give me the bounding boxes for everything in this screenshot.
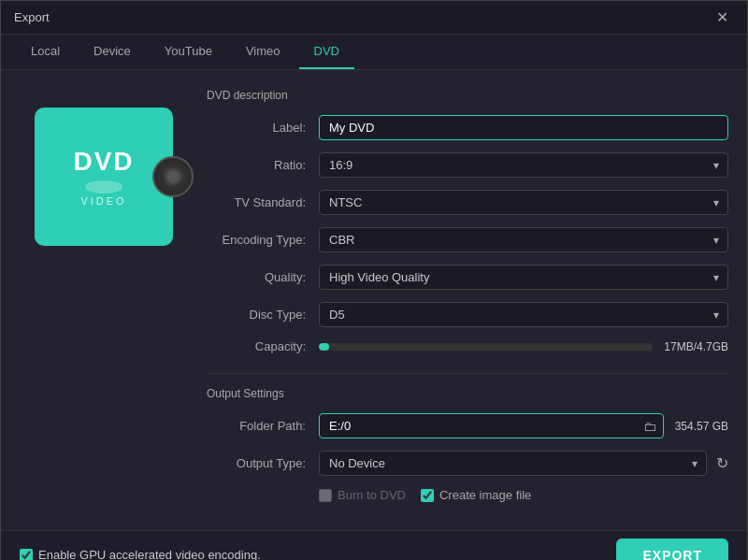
dvd-card-video: VIDEO (80, 195, 126, 207)
folder-path-input[interactable] (319, 413, 664, 438)
tab-youtube[interactable]: YouTube (150, 35, 227, 69)
label-field-row: Label: (207, 115, 728, 140)
encoding-type-label: Encoding Type: (207, 233, 319, 247)
burn-to-dvd-checkbox-item: Burn to DVD (319, 488, 406, 502)
folder-size: 354.57 GB (675, 420, 728, 433)
capacity-label: Capacity: (207, 339, 319, 353)
form-area: DVD description Label: Ratio: 16:9 4:3 (207, 89, 728, 511)
bottom-bar: Enable GPU accelerated video encoding. E… (1, 530, 747, 560)
folder-path-field-row: Folder Path: 🗀 354.57 GB (207, 413, 728, 438)
capacity-bar (319, 343, 653, 351)
tab-bar: Local Device YouTube Vimeo DVD (1, 35, 747, 70)
create-image-file-label: Create image file (439, 488, 531, 502)
tab-device[interactable]: Device (79, 35, 146, 69)
export-window: Export ✕ Local Device YouTube Vimeo DVD … (0, 0, 748, 560)
dvd-card-label: DVD (73, 147, 134, 177)
export-button[interactable]: EXPORT (616, 538, 728, 561)
window-title: Export (14, 10, 50, 24)
disc-type-select[interactable]: D5 D9 (319, 302, 728, 327)
burn-to-dvd-label: Burn to DVD (338, 488, 406, 502)
title-bar: Export ✕ (1, 1, 747, 35)
encoding-type-field-row: Encoding Type: CBR VBR (207, 227, 728, 252)
close-button[interactable]: ✕ (711, 7, 734, 28)
quality-label: Quality: (207, 270, 319, 284)
checkbox-row: Burn to DVD Create image file (319, 488, 728, 502)
tab-dvd[interactable]: DVD (299, 35, 354, 69)
output-type-select[interactable]: No Device (319, 451, 707, 476)
disc-type-select-wrapper: D5 D9 (319, 302, 728, 327)
output-settings-title: Output Settings (207, 387, 728, 400)
create-image-file-checkbox[interactable] (421, 489, 434, 502)
refresh-icon[interactable]: ↻ (716, 454, 728, 472)
gpu-checkbox-row: Enable GPU accelerated video encoding. (20, 548, 261, 560)
tab-vimeo[interactable]: Vimeo (231, 35, 295, 69)
label-field-label: Label: (207, 121, 319, 135)
quality-select[interactable]: High Video Quality Medium Video Quality … (319, 265, 728, 290)
dvd-disc-shape (85, 180, 122, 194)
folder-path-input-wrap: 🗀 (319, 413, 664, 438)
capacity-value: 17MB/4.7GB (664, 340, 728, 353)
tv-standard-select[interactable]: NTSC PAL (319, 190, 728, 215)
create-image-file-checkbox-item: Create image file (421, 488, 531, 502)
tv-standard-label: TV Standard: (207, 195, 319, 209)
output-type-field-row: Output Type: No Device ↻ (207, 451, 728, 476)
label-input[interactable] (319, 115, 728, 140)
dvd-visual-panel: DVD VIDEO (20, 89, 188, 511)
ratio-field-label: Ratio: (207, 158, 319, 172)
label-field-control (319, 115, 728, 140)
gpu-checkbox[interactable] (20, 549, 33, 561)
quality-field-row: Quality: High Video Quality Medium Video… (207, 265, 728, 290)
encoding-type-select[interactable]: CBR VBR (319, 227, 728, 252)
quality-select-wrapper: High Video Quality Medium Video Quality … (319, 265, 728, 290)
ratio-select-wrapper: 16:9 4:3 (319, 152, 728, 178)
folder-path-label: Folder Path: (207, 419, 319, 433)
dvd-card: DVD VIDEO (35, 108, 173, 246)
main-content: DVD VIDEO DVD description Label: Ratio: (1, 70, 747, 530)
gpu-label: Enable GPU accelerated video encoding. (38, 548, 261, 560)
folder-browse-icon[interactable]: 🗀 (643, 419, 656, 434)
ratio-select[interactable]: 16:9 4:3 (319, 152, 728, 178)
capacity-field-row: Capacity: 17MB/4.7GB (207, 339, 728, 353)
disc-type-field-row: Disc Type: D5 D9 (207, 302, 728, 327)
output-type-label: Output Type: (207, 456, 319, 470)
section-divider (207, 373, 728, 374)
ratio-field-row: Ratio: 16:9 4:3 (207, 152, 728, 178)
output-type-select-wrapper: No Device (319, 451, 707, 476)
dvd-side-disc (152, 156, 194, 197)
tab-local[interactable]: Local (16, 35, 75, 69)
tv-standard-select-wrapper: NTSC PAL (319, 190, 728, 215)
capacity-fill (319, 343, 329, 351)
burn-to-dvd-checkbox[interactable] (319, 489, 332, 502)
disc-type-label: Disc Type: (207, 308, 319, 322)
encoding-type-select-wrapper: CBR VBR (319, 227, 728, 252)
dvd-description-title: DVD description (207, 89, 728, 102)
tv-standard-field-row: TV Standard: NTSC PAL (207, 190, 728, 215)
